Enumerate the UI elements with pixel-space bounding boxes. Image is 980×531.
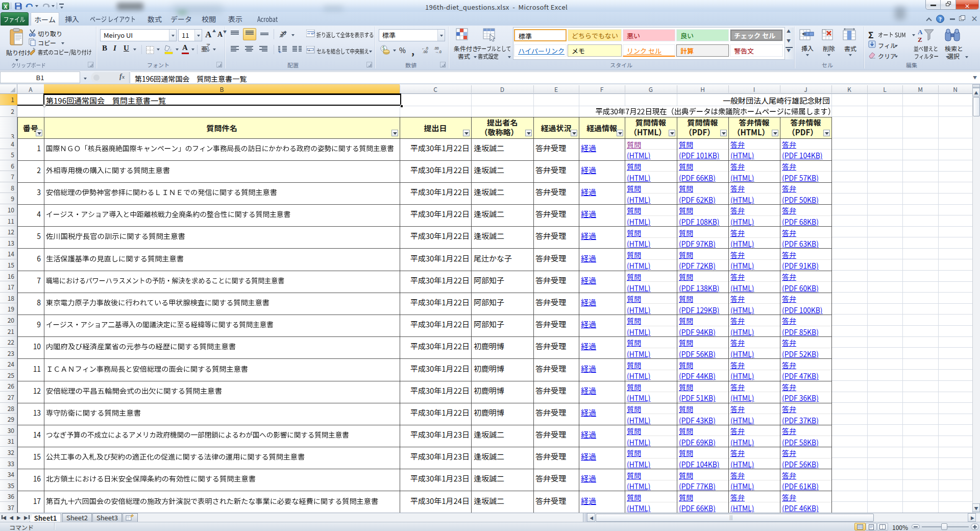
svg-text:.00: .00 [423,49,428,53]
svg-text:A: A [918,28,923,36]
svg-text:a: a [308,47,310,52]
svg-text:→.0: →.0 [435,49,442,53]
svg-text:Z: Z [918,36,922,43]
